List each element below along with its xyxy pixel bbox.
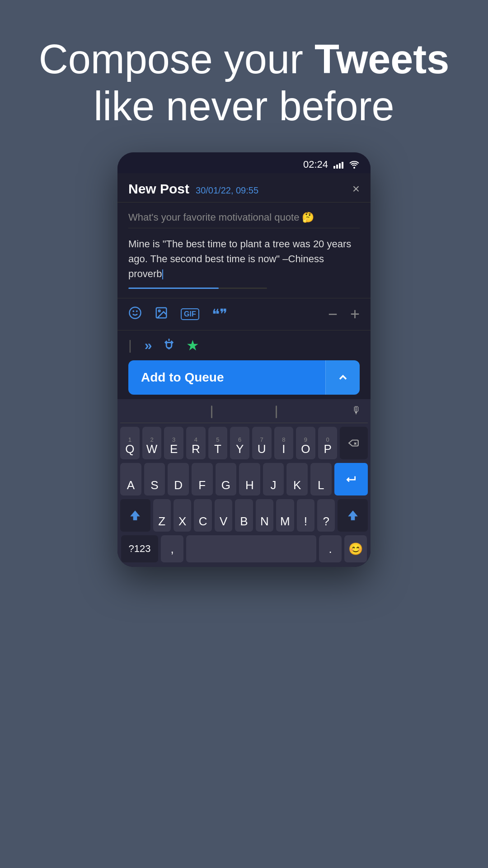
svg-point-4 [159, 310, 160, 311]
key-v[interactable]: V [215, 499, 232, 532]
key-q[interactable]: 1Q [120, 427, 140, 459]
key-y[interactable]: 6Y [230, 427, 249, 459]
key-o[interactable]: 9O [296, 427, 315, 459]
wifi-icon [349, 160, 360, 169]
microphone-icon[interactable]: 🎙 [352, 405, 361, 416]
char-counter-fill [128, 288, 219, 289]
key-n[interactable]: N [256, 499, 273, 532]
key-a[interactable]: A [120, 463, 141, 495]
key-e[interactable]: 3E [164, 427, 183, 459]
key-k[interactable]: K [286, 463, 308, 495]
gif-button[interactable]: GIF [181, 308, 199, 320]
key-backspace[interactable] [340, 427, 368, 459]
text-cursor [162, 269, 163, 279]
key-period[interactable]: . [319, 535, 342, 562]
key-j[interactable]: J [263, 463, 284, 495]
key-l[interactable]: L [310, 463, 332, 495]
compose-toolbar: GIF ❝❞ − + [117, 298, 371, 330]
key-u[interactable]: 7U [252, 427, 272, 459]
keyboard-strip-right [276, 406, 277, 418]
key-t[interactable]: 5T [208, 427, 228, 459]
favorite-button[interactable]: ★ [186, 337, 199, 354]
key-123[interactable]: ?123 [121, 535, 158, 562]
key-space[interactable] [186, 535, 316, 562]
toolbar-minus-button[interactable]: − [328, 305, 338, 324]
bottom-divider-line: | [128, 338, 132, 353]
key-r[interactable]: 4R [186, 427, 206, 459]
fast-forward-button[interactable]: » [145, 338, 152, 353]
key-c[interactable]: C [194, 499, 211, 532]
signal-bars-icon [333, 160, 343, 169]
key-enter[interactable] [334, 463, 368, 495]
key-f[interactable]: F [192, 463, 213, 495]
emoji-button[interactable] [128, 306, 142, 323]
key-s[interactable]: S [144, 463, 165, 495]
add-to-queue-row: Add to Queue [128, 360, 360, 395]
bottom-actions: | » ★ [128, 337, 360, 354]
phone-mockup: 02:24 New Post 30/01/22, 09:55 × What's … [117, 152, 371, 567]
toolbar-plus-button[interactable]: + [350, 305, 360, 324]
key-shift-left[interactable] [120, 499, 150, 532]
post-header: New Post 30/01/22, 09:55 × [117, 173, 371, 203]
tweet-prompt: What's your favorite motivational quote … [128, 212, 360, 228]
bottom-section: | » ★ Add to Queue [117, 330, 371, 399]
char-counter-bar [128, 288, 267, 289]
key-i[interactable]: 8I [274, 427, 294, 459]
keyboard: 🎙 1Q 2W 3E 4R 5T 6Y 7U 8I 9O 0P A S [117, 399, 371, 567]
key-g[interactable]: G [216, 463, 237, 495]
hero-line2: like never before [94, 84, 394, 129]
key-z[interactable]: Z [153, 499, 171, 532]
compose-area[interactable]: What's your favorite motivational quote … [117, 203, 371, 298]
key-m[interactable]: M [276, 499, 294, 532]
key-emoji[interactable]: 😊 [344, 535, 367, 562]
key-exclaim[interactable]: ! [297, 499, 314, 532]
post-title-group: New Post 30/01/22, 09:55 [128, 181, 258, 197]
key-d[interactable]: D [168, 463, 189, 495]
keyboard-bottom-row: ?123 , . 😊 [120, 535, 368, 562]
key-shift-right[interactable] [338, 499, 368, 532]
svg-point-0 [130, 307, 141, 318]
keyboard-row-2: A S D F G H J K L [120, 463, 368, 495]
quote-button[interactable]: ❝❞ [212, 306, 227, 323]
key-w[interactable]: 2W [142, 427, 162, 459]
hero-section: Compose your Tweets like never before [39, 36, 450, 130]
post-title-text: New Post [128, 181, 189, 197]
close-button[interactable]: × [352, 183, 360, 195]
plugin-button[interactable] [163, 338, 175, 354]
key-x[interactable]: X [174, 499, 191, 532]
hero-line1: Compose your Tweets [39, 37, 450, 82]
key-question[interactable]: ? [317, 499, 335, 532]
add-to-queue-chevron-button[interactable] [325, 360, 360, 395]
add-to-queue-button[interactable]: Add to Queue [128, 360, 325, 395]
keyboard-strip-left [211, 406, 212, 418]
post-datetime: 30/01/22, 09:55 [196, 185, 258, 196]
key-comma[interactable]: , [161, 535, 183, 562]
image-button[interactable] [155, 306, 168, 323]
keyboard-row-3: Z X C V B N M ! ? [120, 499, 368, 532]
key-b[interactable]: B [235, 499, 253, 532]
key-p[interactable]: 0P [318, 427, 338, 459]
keyboard-row-1: 1Q 2W 3E 4R 5T 6Y 7U 8I 9O 0P [120, 427, 368, 459]
status-bar: 02:24 [117, 152, 371, 173]
tweet-body[interactable]: Mine is "The best time to plant a tree w… [128, 236, 360, 281]
key-h[interactable]: H [239, 463, 260, 495]
status-time: 02:24 [303, 159, 328, 170]
